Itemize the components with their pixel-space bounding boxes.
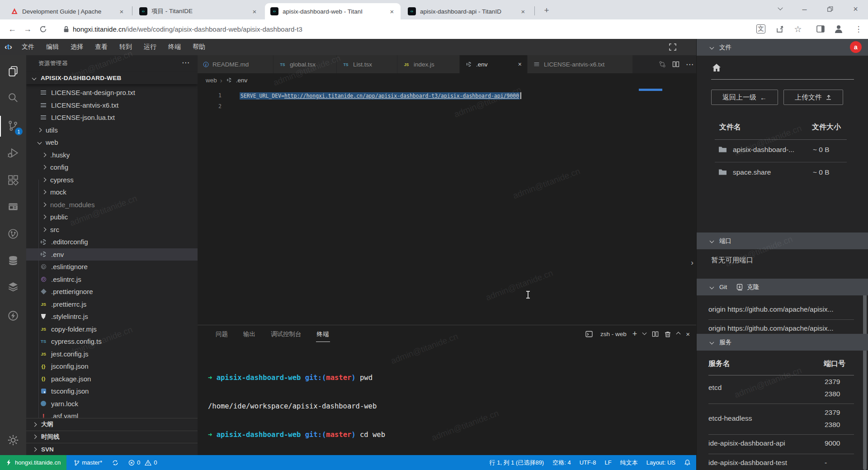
- file-item[interactable]: {}package.json: [26, 373, 198, 385]
- translate-icon[interactable]: 文: [754, 22, 768, 36]
- avatar[interactable]: a: [850, 41, 862, 53]
- panel-tab-terminal-active[interactable]: 终端: [316, 326, 330, 342]
- file-row-name[interactable]: space.share: [733, 168, 771, 176]
- eol-sequence[interactable]: LF: [605, 459, 612, 466]
- sidebar-section-svn[interactable]: SVN: [26, 443, 198, 455]
- folder-item[interactable]: .husky: [26, 149, 198, 161]
- side-panel-icon[interactable]: [814, 22, 827, 36]
- home-icon[interactable]: [712, 63, 721, 72]
- folder-item[interactable]: mock: [26, 186, 198, 199]
- browser-tab-1[interactable]: Development Guide | Apache ×: [5, 3, 130, 19]
- sidebar-section-outline[interactable]: 大纲: [26, 418, 198, 431]
- more-actions-icon[interactable]: ⋯: [686, 60, 693, 69]
- settings-gear-icon[interactable]: [7, 434, 19, 446]
- file-item[interactable]: JSjest.config.js: [26, 348, 198, 361]
- browser-menu-icon[interactable]: ⋮: [852, 22, 865, 36]
- file-item[interactable]: yarn.lock: [26, 398, 198, 410]
- close-panel-icon[interactable]: ×: [686, 330, 690, 338]
- file-item[interactable]: .editorconfig: [26, 236, 198, 248]
- source-control-icon[interactable]: 1: [7, 120, 19, 133]
- url-text[interactable]: hongxi.titanide.cn/ide/web/coding/apisix…: [73, 25, 302, 33]
- window-close-icon[interactable]: ×: [853, 5, 858, 14]
- compare-changes-icon[interactable]: [659, 61, 666, 68]
- folder-item[interactable]: config: [26, 161, 198, 174]
- file-item[interactable]: LICENSE-json.lua.txt: [26, 111, 198, 124]
- circle-branch-icon[interactable]: [7, 228, 19, 240]
- tab-close-icon[interactable]: ×: [250, 7, 259, 15]
- breadcrumb-folder[interactable]: web: [206, 77, 217, 84]
- window-chevron-icon[interactable]: [778, 5, 783, 10]
- section-header-files[interactable]: 文件: [697, 39, 868, 56]
- split-terminal-icon[interactable]: [652, 331, 659, 337]
- upload-button[interactable]: 上传文件: [783, 90, 843, 105]
- file-item[interactable]: !.asf.yaml: [26, 410, 198, 418]
- file-item[interactable]: {}jsconfig.json: [26, 360, 198, 373]
- profile-icon[interactable]: [832, 22, 845, 36]
- editor-tab-list[interactable]: TSList.tsx: [337, 55, 397, 73]
- extensions-icon[interactable]: [7, 174, 19, 186]
- file-item[interactable]: .stylelintrc.js: [26, 310, 198, 323]
- tab-close-icon[interactable]: ×: [118, 7, 126, 15]
- folder-item[interactable]: node_modules: [26, 199, 198, 211]
- file-item[interactable]: JS.prettierrc.js: [26, 298, 198, 311]
- tab-close-icon[interactable]: ×: [519, 7, 527, 15]
- section-header-ports[interactable]: 端口: [697, 233, 868, 249]
- section-header-services[interactable]: 服务: [697, 334, 868, 351]
- file-item[interactable]: TScypress.config.ts: [26, 335, 198, 348]
- maximize-panel-icon[interactable]: [676, 332, 681, 336]
- branch-indicator[interactable]: master*: [74, 459, 102, 466]
- menu-edit[interactable]: 编辑: [40, 39, 65, 55]
- share-icon[interactable]: [773, 22, 787, 36]
- menu-help[interactable]: 帮助: [187, 39, 211, 55]
- editor-tab-index[interactable]: JSindex.js: [397, 55, 460, 73]
- file-item[interactable]: JScopy-folder.mjs: [26, 323, 198, 336]
- env-url[interactable]: http://hongxi.titanide.cn/app/apisix-das…: [284, 93, 519, 99]
- browser-tab-4[interactable]: ‹› apisix-dashboard-api - TitanID ×: [402, 3, 532, 19]
- more-actions-icon[interactable]: ⋯: [182, 58, 189, 67]
- file-item[interactable]: LICENSE-ant-design-pro.txt: [26, 86, 198, 99]
- browser-tab-3-active[interactable]: ‹› apisix-dashboard-web - TitanI ×: [265, 3, 401, 19]
- forward-icon[interactable]: →: [20, 22, 35, 37]
- menu-view[interactable]: 查看: [89, 39, 113, 55]
- problems-indicator[interactable]: 0 0: [128, 459, 157, 466]
- reload-icon[interactable]: [35, 22, 51, 37]
- file-item[interactable]: .eslintrc.js: [26, 273, 198, 286]
- sync-button[interactable]: [112, 460, 118, 466]
- menu-terminal[interactable]: 终端: [162, 39, 187, 55]
- file-item[interactable]: .prettierignore: [26, 285, 198, 298]
- run-debug-icon[interactable]: [7, 147, 19, 159]
- window-minimize-icon[interactable]: –: [802, 5, 807, 14]
- shell-label[interactable]: zsh - web: [600, 331, 627, 337]
- encoding[interactable]: UTF-8: [580, 459, 596, 466]
- section-header-git[interactable]: Git 克隆: [697, 279, 868, 295]
- tab-close-icon[interactable]: ×: [518, 61, 522, 68]
- window-restore-icon[interactable]: [827, 6, 833, 12]
- service-name[interactable]: ide-apisix-dashboard-api: [708, 439, 785, 447]
- new-tab-button[interactable]: +: [541, 5, 552, 16]
- language-mode[interactable]: 纯文本: [620, 459, 638, 467]
- remote-indicator[interactable]: hongxi.titanide.cn: [0, 455, 66, 470]
- back-icon[interactable]: ←: [5, 22, 20, 37]
- panel-tab-debug-console[interactable]: 调试控制台: [270, 326, 302, 342]
- database-icon[interactable]: [7, 255, 19, 266]
- service-name[interactable]: etcd-headless: [708, 414, 752, 423]
- back-parent-button[interactable]: 返回上一级←: [711, 90, 778, 105]
- indentation[interactable]: 空格: 4: [552, 459, 571, 467]
- preview-icon[interactable]: [7, 201, 19, 213]
- cursor-position[interactable]: 行 1, 列 1 (已选择89): [490, 459, 544, 467]
- project-root-row[interactable]: APISIX-DASHBOARD-WEB: [26, 71, 198, 84]
- menu-run[interactable]: 运行: [138, 39, 162, 55]
- browser-tab-2[interactable]: ‹› 项目 - TitanIDE ×: [134, 3, 263, 19]
- folder-item[interactable]: utils: [26, 124, 198, 137]
- folder-item[interactable]: src: [26, 223, 198, 236]
- search-icon[interactable]: [7, 92, 19, 104]
- editor-tab-global[interactable]: TSglobal.tsx: [274, 55, 337, 73]
- tab-close-icon[interactable]: ×: [388, 7, 396, 15]
- terminal-dropdown-icon[interactable]: [642, 330, 647, 335]
- folder-item[interactable]: cypress: [26, 174, 198, 186]
- split-editor-icon[interactable]: [672, 61, 679, 68]
- layers-icon[interactable]: [7, 281, 19, 293]
- folder-item[interactable]: web: [26, 136, 198, 149]
- folder-item[interactable]: public: [26, 211, 198, 223]
- editor-tab-env-active[interactable]: .env×: [460, 55, 528, 73]
